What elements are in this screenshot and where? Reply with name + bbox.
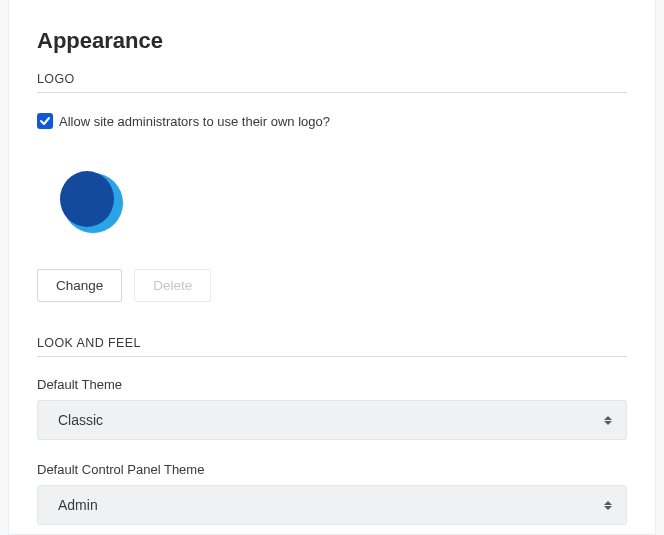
logo-button-row: Change Delete — [37, 269, 627, 302]
control-panel-theme-field: Default Control Panel Theme Admin — [37, 462, 627, 525]
change-button[interactable]: Change — [37, 269, 122, 302]
delete-button[interactable]: Delete — [134, 269, 211, 302]
default-theme-label: Default Theme — [37, 377, 627, 392]
check-icon — [39, 115, 51, 127]
page-title: Appearance — [37, 28, 627, 54]
appearance-panel: Appearance LOGO Allow site administrator… — [8, 0, 656, 535]
select-caret-icon — [604, 501, 612, 510]
svg-point-1 — [60, 171, 114, 227]
logo-preview — [51, 161, 131, 241]
control-panel-theme-select[interactable]: Admin — [37, 485, 627, 525]
allow-admin-logo-checkbox[interactable] — [37, 113, 53, 129]
default-theme-value: Classic — [58, 412, 103, 428]
allow-admin-logo-row[interactable]: Allow site administrators to use their o… — [37, 113, 627, 129]
section-heading-look-and-feel: LOOK AND FEEL — [37, 336, 627, 357]
select-caret-icon — [604, 416, 612, 425]
allow-admin-logo-label: Allow site administrators to use their o… — [59, 114, 330, 129]
logo-icon — [51, 161, 131, 241]
default-theme-select[interactable]: Classic — [37, 400, 627, 440]
section-heading-logo: LOGO — [37, 72, 627, 93]
control-panel-theme-value: Admin — [58, 497, 98, 513]
control-panel-theme-label: Default Control Panel Theme — [37, 462, 627, 477]
default-theme-field: Default Theme Classic — [37, 377, 627, 440]
